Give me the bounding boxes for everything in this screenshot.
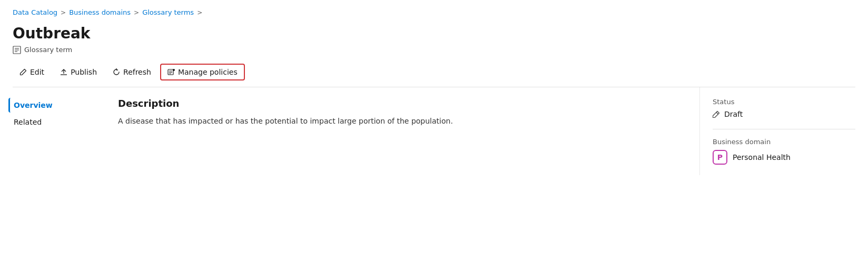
business-domain-name: Personal Health [733,153,791,161]
glossary-term-icon [13,46,21,54]
breadcrumb-data-catalog[interactable]: Data Catalog [13,8,57,16]
sidebar: Overview Related [0,87,105,175]
status-value: Draft [724,110,743,118]
business-domain-label: Business domain [713,138,855,146]
manage-policies-button[interactable]: Manage policies [160,64,245,80]
right-panel-divider [713,129,855,129]
edit-label: Edit [30,68,44,76]
glossary-term-label: Glossary term [24,46,72,54]
page-title: Outbreak [13,25,855,43]
toolbar: Edit Publish Refresh [0,56,868,87]
breadcrumb-glossary-terms[interactable]: Glossary terms [142,8,194,16]
sidebar-item-related[interactable]: Related [8,115,97,129]
publish-label: Publish [71,68,97,76]
refresh-icon [113,68,120,76]
main-content: Description A disease that has impacted … [105,87,699,175]
publish-button[interactable]: Publish [53,64,104,80]
sidebar-related-label: Related [14,118,42,126]
business-domain-row: P Personal Health [713,150,855,165]
breadcrumb-sep-1: > [61,9,66,16]
content-area: Overview Related Description A disease t… [0,87,868,175]
sidebar-overview-label: Overview [14,101,53,109]
sidebar-item-overview[interactable]: Overview [8,98,97,113]
manage-policies-icon [167,68,175,76]
status-row: Draft [713,110,855,118]
status-label: Status [713,98,855,106]
edit-icon [19,68,27,76]
page-container: Data Catalog > Business domains > Glossa… [0,0,868,263]
page-header: Outbreak Glossary term [0,21,868,56]
description-heading: Description [118,98,683,109]
breadcrumb-business-domains[interactable]: Business domains [69,8,131,16]
draft-icon [713,110,720,118]
edit-button[interactable]: Edit [13,64,51,80]
breadcrumb-sep-2: > [134,9,139,16]
right-panel: Status Draft Business domain P Personal … [699,87,868,175]
page-subtitle: Glossary term [13,46,855,54]
manage-policies-label: Manage policies [178,68,238,76]
svg-line-11 [716,112,718,114]
svg-point-10 [173,69,175,71]
breadcrumb-sep-3: > [197,9,202,16]
description-text: A disease that has impacted or has the p… [118,115,592,127]
publish-icon [60,68,67,76]
domain-badge: P [713,150,727,165]
breadcrumb: Data Catalog > Business domains > Glossa… [0,0,868,21]
refresh-button[interactable]: Refresh [106,64,158,80]
refresh-label: Refresh [123,68,151,76]
